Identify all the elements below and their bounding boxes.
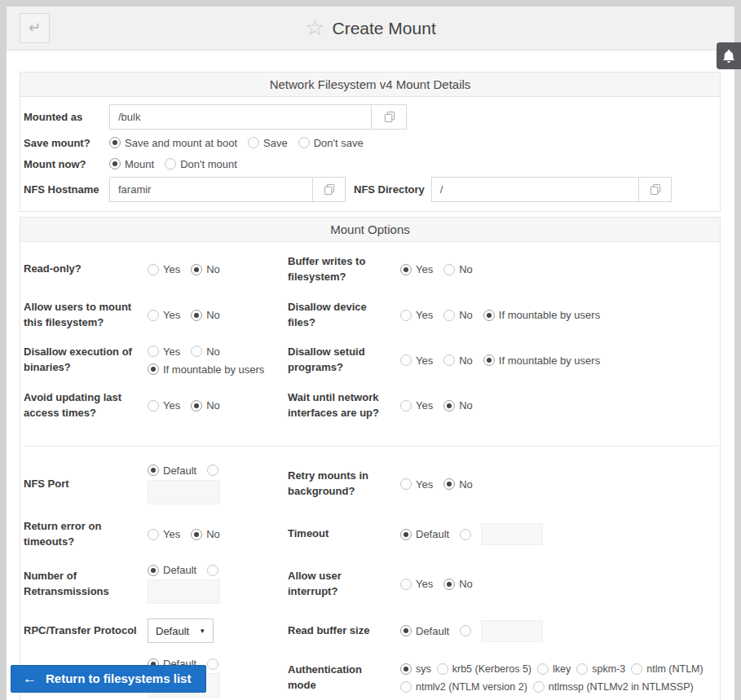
radio-selected-icon[interactable]: [109, 137, 121, 148]
radio-option[interactable]: ntlm (NTLM): [631, 663, 703, 675]
radio-icon[interactable]: [400, 310, 412, 321]
radio-selected-icon[interactable]: [400, 625, 412, 636]
radio-option[interactable]: Yes: [148, 528, 180, 540]
radio-option[interactable]: Default: [148, 564, 196, 576]
radio-selected-icon[interactable]: [443, 400, 455, 412]
radio-icon[interactable]: [631, 663, 642, 675]
radio-selected-icon[interactable]: [483, 354, 495, 366]
radio-option[interactable]: No: [191, 346, 220, 358]
read-buffer-input[interactable]: [481, 620, 543, 642]
radio-icon[interactable]: [148, 346, 159, 357]
radio-option[interactable]: Don't save: [298, 137, 364, 149]
radio-option[interactable]: Yes: [148, 399, 180, 412]
radio-icon[interactable]: [400, 579, 412, 590]
radio-icon[interactable]: [443, 264, 455, 275]
radio-icon[interactable]: [443, 310, 455, 321]
radio-option[interactable]: No: [191, 399, 220, 412]
radio-option[interactable]: [207, 464, 218, 476]
radio-icon[interactable]: [537, 663, 549, 675]
radio-icon[interactable]: [460, 529, 471, 540]
radio-selected-icon[interactable]: [109, 158, 121, 169]
radio-selected-icon[interactable]: [191, 310, 202, 321]
radio-selected-icon[interactable]: [191, 264, 202, 275]
radio-option[interactable]: Yes: [400, 399, 433, 412]
radio-option[interactable]: Yes: [400, 263, 433, 275]
radio-option[interactable]: [207, 658, 218, 670]
radio-icon[interactable]: [148, 529, 159, 540]
radio-option[interactable]: spkm-3: [576, 663, 625, 675]
radio-option[interactable]: Yes: [148, 309, 180, 321]
radio-option[interactable]: No: [443, 399, 473, 412]
radio-option[interactable]: If mountable by users: [483, 354, 600, 367]
radio-option[interactable]: Yes: [400, 578, 433, 590]
retransmissions-input[interactable]: [148, 579, 220, 604]
radio-option[interactable]: Don't mount: [165, 158, 237, 170]
radio-selected-icon[interactable]: [443, 478, 455, 490]
radio-option[interactable]: Yes: [148, 346, 180, 358]
radio-selected-icon[interactable]: [400, 264, 412, 275]
radio-selected-icon[interactable]: [400, 529, 412, 540]
radio-option[interactable]: No: [443, 478, 473, 491]
radio-option[interactable]: No: [443, 263, 473, 275]
radio-option[interactable]: [207, 565, 218, 576]
radio-option[interactable]: Yes: [400, 354, 433, 367]
radio-option[interactable]: No: [191, 309, 220, 321]
radio-option[interactable]: No: [443, 578, 473, 590]
radio-icon[interactable]: [400, 478, 412, 490]
radio-option[interactable]: Mount: [109, 158, 154, 170]
radio-icon[interactable]: [207, 565, 218, 576]
radio-icon[interactable]: [460, 625, 471, 636]
radio-option[interactable]: Yes: [400, 309, 433, 321]
radio-icon[interactable]: [400, 681, 412, 693]
radio-option[interactable]: Yes: [400, 478, 433, 491]
radio-option[interactable]: No: [443, 354, 473, 367]
favorite-star-icon[interactable]: ☆: [305, 17, 324, 39]
nfs-hostname-input[interactable]: [109, 177, 313, 202]
radio-option[interactable]: No: [443, 309, 473, 321]
radio-selected-icon[interactable]: [443, 579, 455, 590]
radio-option[interactable]: Default: [148, 464, 196, 477]
radio-icon[interactable]: [248, 137, 259, 148]
radio-selected-icon[interactable]: [483, 310, 495, 321]
mounted-as-input[interactable]: [109, 104, 372, 130]
return-to-filesystems-button[interactable]: ← Return to filesystems list: [11, 665, 206, 693]
radio-icon[interactable]: [207, 464, 218, 476]
radio-option[interactable]: If mountable by users: [148, 363, 264, 376]
radio-selected-icon[interactable]: [191, 400, 202, 412]
radio-selected-icon[interactable]: [191, 529, 202, 540]
radio-selected-icon[interactable]: [148, 565, 159, 576]
radio-icon[interactable]: [298, 137, 310, 148]
radio-option[interactable]: lkey: [537, 663, 571, 675]
nfs-port-input[interactable]: [148, 480, 220, 504]
radio-option[interactable]: No: [191, 528, 220, 540]
radio-option[interactable]: sys: [400, 663, 431, 675]
radio-icon[interactable]: [207, 658, 218, 670]
radio-icon[interactable]: [400, 354, 412, 366]
radio-option[interactable]: No: [191, 263, 220, 275]
radio-icon[interactable]: [576, 663, 588, 675]
rpc-protocol-select[interactable]: Default ▼: [148, 619, 214, 643]
radio-icon[interactable]: [148, 264, 159, 275]
radio-icon[interactable]: [148, 310, 159, 321]
nfs-directory-input[interactable]: [431, 177, 639, 202]
radio-option[interactable]: Save and mount at boot: [109, 137, 237, 149]
radio-option[interactable]: Default: [400, 625, 449, 637]
radio-option[interactable]: Yes: [148, 263, 180, 275]
radio-option[interactable]: ntmlv2 (NTLM version 2): [400, 681, 527, 693]
radio-icon[interactable]: [400, 400, 412, 412]
radio-selected-icon[interactable]: [148, 464, 159, 476]
radio-icon[interactable]: [191, 346, 202, 357]
radio-option[interactable]: Save: [248, 137, 288, 149]
radio-option[interactable]: ntlmssp (NTLMv2 in NTLMSSP): [533, 681, 694, 693]
copy-button[interactable]: [372, 104, 407, 130]
copy-button[interactable]: [313, 177, 346, 202]
radio-icon[interactable]: [443, 354, 455, 366]
radio-icon[interactable]: [437, 663, 448, 675]
radio-option[interactable]: If mountable by users: [483, 309, 600, 321]
radio-icon[interactable]: [165, 158, 176, 169]
timeout-input[interactable]: [481, 523, 543, 545]
radio-option[interactable]: Default: [400, 528, 449, 540]
back-button[interactable]: ↵: [20, 13, 50, 43]
copy-button[interactable]: [639, 177, 672, 202]
radio-selected-icon[interactable]: [148, 363, 159, 375]
